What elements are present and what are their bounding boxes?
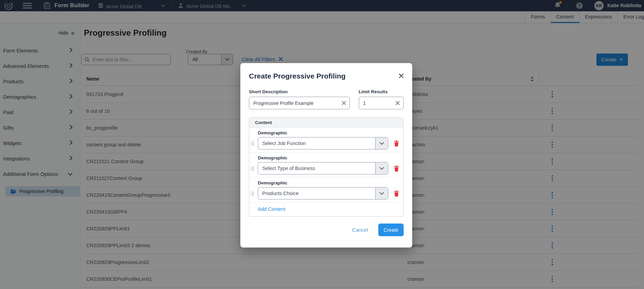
content-item: Demographic Select Job Function <box>249 128 403 152</box>
drag-handle-icon[interactable] <box>252 166 254 171</box>
demographic-select[interactable]: Products Choice <box>258 187 388 200</box>
chevron-down-icon <box>375 137 388 149</box>
short-description-label: Short Description <box>249 89 350 94</box>
add-content-link[interactable]: Add Content <box>258 206 286 212</box>
chevron-down-icon <box>375 162 388 174</box>
cancel-button[interactable]: Cancel <box>352 227 368 233</box>
limit-results-input[interactable]: 1 <box>359 97 404 109</box>
demographic-select[interactable]: Select Job Function <box>258 137 388 149</box>
content-item-label: Demographic <box>258 180 388 185</box>
clear-input-icon[interactable] <box>342 101 346 105</box>
content-item-label: Demographic <box>258 155 388 160</box>
limit-results-label: Limit Results <box>359 89 404 94</box>
demographic-select-value: Select Type of Business <box>258 162 375 174</box>
content-items: Demographic Select Job Function Demograp… <box>249 128 403 202</box>
limit-results-field: Limit Results 1 <box>359 89 404 109</box>
create-progressive-profiling-modal: Create Progressive Profiling Short Descr… <box>240 63 412 248</box>
close-icon[interactable] <box>399 73 404 80</box>
content-section: Content Demographic Select Job Function … <box>249 117 404 217</box>
content-footer: Add Content <box>249 202 403 212</box>
modal-header: Create Progressive Profiling <box>240 63 412 80</box>
demographic-select-value: Products Choice <box>258 188 375 199</box>
drag-handle-icon[interactable] <box>252 191 254 196</box>
content-item-label: Demographic <box>258 130 388 135</box>
clear-input-icon[interactable] <box>395 101 400 105</box>
modal-title: Create Progressive Profiling <box>249 72 345 80</box>
short-description-value: Progressive Profile Example <box>253 100 342 106</box>
demographic-select[interactable]: Select Type of Business <box>258 162 388 174</box>
limit-results-value: 1 <box>363 100 395 106</box>
modal-footer: Cancel Create <box>240 217 412 236</box>
short-description-input[interactable]: Progressive Profile Example <box>249 97 350 109</box>
delete-content-icon[interactable] <box>393 190 400 198</box>
content-section-header: Content <box>249 118 403 128</box>
content-item: Demographic Select Type of Business <box>249 152 403 177</box>
content-item: Demographic Products Choice <box>249 177 403 202</box>
modal-fields: Short Description Progressive Profile Ex… <box>240 89 412 109</box>
chevron-down-icon <box>375 188 388 199</box>
short-description-field: Short Description Progressive Profile Ex… <box>249 89 350 109</box>
drag-handle-icon[interactable] <box>252 141 254 146</box>
delete-content-icon[interactable] <box>393 165 400 173</box>
demographic-select-value: Select Job Function <box>258 137 375 149</box>
delete-content-icon[interactable] <box>393 140 400 148</box>
modal-create-button[interactable]: Create <box>378 224 404 236</box>
